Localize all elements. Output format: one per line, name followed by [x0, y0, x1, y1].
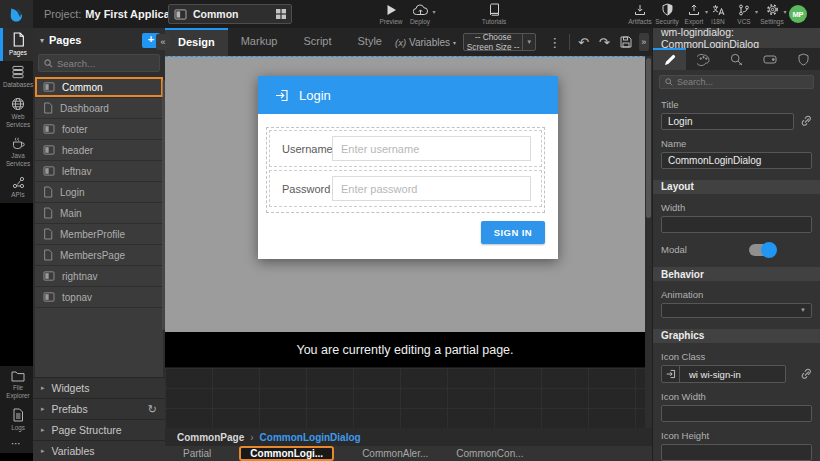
bottom-tab-bar: Partial CommonLogi... CommonAler... Comm… [165, 446, 652, 461]
deploy-button[interactable]: ▾ Deploy [398, 3, 442, 25]
tab-styles[interactable] [686, 48, 719, 70]
page-item-header[interactable]: header [35, 140, 163, 160]
icon-class-input[interactable]: wi wi-sign-in [661, 365, 786, 383]
modal-toggle[interactable] [749, 244, 775, 256]
pages-list-empty-area [35, 308, 163, 377]
animation-select[interactable]: ▼ [661, 303, 812, 318]
bind-icon[interactable] [800, 115, 812, 127]
properties-search[interactable] [659, 75, 814, 89]
tab-commonlogindialog[interactable]: CommonLogi... [239, 446, 334, 461]
page-selector-dropdown[interactable]: Common [168, 4, 292, 24]
page-item-common[interactable]: Common [35, 77, 163, 97]
rail-item-apis[interactable]: APIs [0, 172, 33, 203]
password-input[interactable] [332, 176, 531, 201]
form-container[interactable]: Username Password [266, 127, 545, 213]
tab-properties[interactable] [653, 48, 686, 70]
rail-item-pages[interactable]: Pages [0, 28, 33, 61]
page-item-label: Login [60, 187, 84, 198]
prefabs-refresh-icon[interactable]: ↻ [148, 403, 157, 416]
page-item-login[interactable]: Login [35, 182, 163, 202]
rail-item-file-explorer[interactable]: File Explorer [0, 366, 33, 404]
page-item-memberspage[interactable]: MembersPage [35, 245, 163, 265]
section-widgets[interactable]: ▸ Widgets [33, 377, 165, 398]
variables-dropdown[interactable]: (x) Variables ▾ [395, 37, 456, 48]
tab-style[interactable]: Style [345, 28, 395, 56]
section-graphics: Graphics [653, 329, 820, 343]
partial-page-notice: You are currently editing a partial page… [165, 332, 645, 367]
prefabs-label: Prefabs [52, 403, 141, 415]
rail-item-logs[interactable]: Logs [0, 404, 33, 436]
pages-search[interactable] [38, 54, 160, 72]
palette-icon [697, 54, 710, 66]
username-input[interactable] [332, 136, 531, 161]
tab-design[interactable]: Design [165, 28, 228, 56]
icon-width-field-input[interactable] [661, 405, 812, 422]
design-canvas[interactable]: Login Username Password SIGN IN [165, 56, 645, 332]
page-item-topnav[interactable]: topnav [35, 287, 163, 307]
pages-caret-icon[interactable]: ▾ [40, 36, 44, 45]
search-icon [665, 78, 673, 86]
page-item-main[interactable]: Main [35, 203, 163, 223]
search-icon [44, 59, 53, 68]
section-page-structure[interactable]: ▸ Page Structure [33, 419, 165, 440]
tab-commonconfirmdialog[interactable]: CommonCon... [456, 448, 523, 459]
user-avatar[interactable]: MP [789, 5, 807, 23]
canvas-toolbar: « Design Markup Script Style (x) Variabl… [165, 28, 652, 56]
page-item-memberprofile[interactable]: MemberProfile [35, 224, 163, 244]
settings-label: Settings [760, 18, 784, 25]
grid-icon [276, 9, 286, 19]
bind-icon[interactable] [800, 368, 812, 380]
page-icon [43, 228, 53, 240]
pages-search-input[interactable] [57, 58, 154, 69]
page-item-dashboard[interactable]: Dashboard [35, 98, 163, 118]
expand-panel-button[interactable]: » [639, 33, 649, 51]
undo-button[interactable]: ↶ [573, 35, 594, 50]
sign-in-icon [662, 366, 680, 382]
page-item-footer[interactable]: footer [35, 119, 163, 139]
more-options-button[interactable]: ⋮ [543, 35, 566, 50]
rail-item-databases[interactable]: Databases [0, 61, 33, 93]
login-dialog-widget[interactable]: Login Username Password SIGN IN [258, 76, 558, 259]
tab-device[interactable] [753, 48, 786, 70]
page-item-label: MembersPage [60, 250, 125, 261]
save-button[interactable] [615, 36, 637, 48]
rail-more-icon[interactable]: ⋯ [0, 436, 33, 453]
tutorials-button[interactable]: Tutorials [472, 3, 516, 25]
canvas-scrollbar[interactable] [645, 56, 652, 428]
logs-icon [12, 408, 24, 422]
tab-markup[interactable]: Markup [228, 28, 291, 56]
password-form-row[interactable]: Password [269, 170, 542, 207]
section-prefabs[interactable]: ▸ Prefabs ↻ [33, 398, 165, 419]
redo-button[interactable]: ↷ [594, 35, 615, 50]
breadcrumb-commonlogindialog[interactable]: CommonLoginDialog [260, 432, 361, 443]
icon-height-field-input[interactable] [661, 444, 812, 461]
name-field-input[interactable] [661, 152, 812, 169]
partial-icon [43, 145, 55, 155]
section-variables[interactable]: ▸ Variables [33, 440, 165, 461]
properties-search-input[interactable] [677, 77, 808, 87]
tab-security[interactable] [787, 48, 820, 70]
dialog-header[interactable]: Login [258, 76, 558, 114]
rail-item-web-services[interactable]: Web Services [0, 93, 33, 133]
tab-commonalertdialog[interactable]: CommonAler... [362, 448, 428, 459]
page-icon [43, 186, 53, 198]
scrollbar-thumb[interactable] [646, 58, 651, 218]
settings-button[interactable]: ▾ Settings [750, 3, 794, 25]
collapse-panel-button[interactable]: « [156, 34, 170, 50]
icon-class-value: wi wi-sign-in [680, 369, 741, 380]
breadcrumb-commonpage[interactable]: CommonPage [177, 432, 244, 443]
wavemaker-logo[interactable] [0, 0, 33, 28]
username-form-row[interactable]: Username [269, 130, 542, 167]
width-field-input[interactable] [661, 216, 812, 233]
page-item-rightnav[interactable]: rightnav [35, 266, 163, 286]
shield-outline-icon [798, 53, 809, 66]
sign-in-button[interactable]: SIGN IN [481, 221, 545, 244]
page-structure-caret-icon: ▸ [41, 426, 45, 434]
tab-script[interactable]: Script [290, 28, 344, 56]
page-item-leftnav[interactable]: leftnav [35, 161, 163, 181]
rail-item-java-services[interactable]: Java Services [0, 132, 33, 172]
screen-size-select[interactable]: -- Choose Screen Size -- ▼ [463, 33, 536, 51]
icon-class-field-label: Icon Class [661, 351, 812, 362]
title-field-input[interactable] [661, 113, 794, 130]
tab-events[interactable] [720, 48, 753, 70]
